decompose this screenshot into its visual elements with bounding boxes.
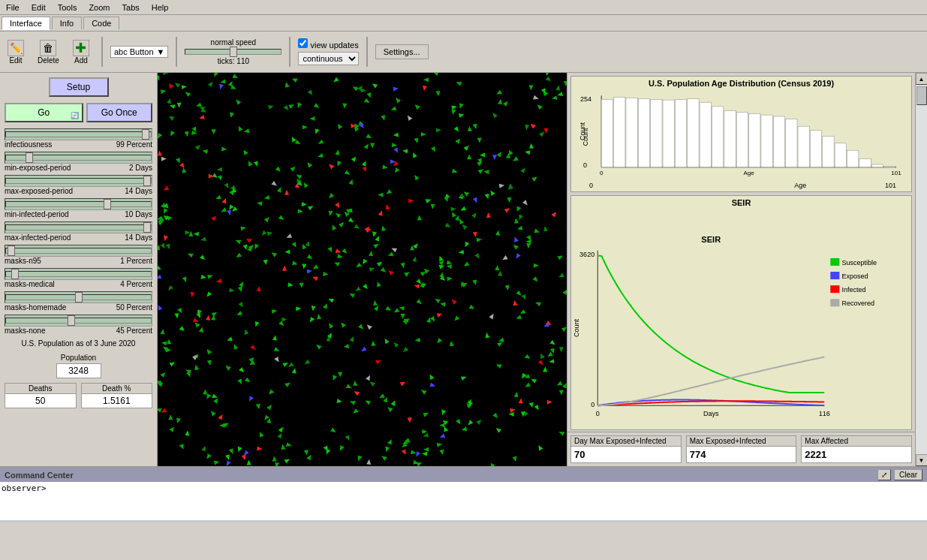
slider-input-masks-n95[interactable]	[5, 245, 152, 256]
go-sync-icon: 🔄	[71, 112, 79, 119]
deaths-box: Deaths 50	[5, 383, 77, 408]
svg-rect-28	[884, 166, 895, 167]
tab-info[interactable]: Info	[52, 17, 82, 29]
svg-text:0: 0	[591, 401, 594, 408]
svg-rect-6	[614, 97, 625, 167]
slider-row-infectiousness: infectiousness 99 Percent	[5, 128, 152, 149]
svg-rect-7	[626, 98, 637, 167]
svg-rect-14	[712, 107, 723, 167]
tab-interface[interactable]: Interface	[2, 17, 50, 30]
death-pct-box: Death % 1.5161	[81, 383, 153, 408]
svg-rect-17	[749, 113, 760, 167]
command-input-row: observer>	[2, 483, 925, 493]
tab-bar: Interface Info Code	[0, 15, 927, 32]
slider-input-masks-homemade[interactable]	[5, 292, 152, 303]
slider-input-max-infected-period[interactable]	[5, 222, 152, 233]
population-value: 3248	[56, 363, 101, 378]
age-dist-chart: U.S. Population Age Distribution (Census…	[570, 76, 912, 192]
slider-row-masks-n95: masks-n95 1 Percent	[5, 245, 152, 265]
max-exp-value: 774	[687, 447, 796, 462]
separator-4	[366, 37, 368, 67]
deaths-value: 50	[5, 394, 76, 408]
menu-file[interactable]: File	[0, 2, 26, 14]
svg-text:0: 0	[583, 161, 587, 169]
slider-label-min-infected-period: min-infected-period 10 Days	[5, 210, 152, 218]
seir-chart: SEIR 36200Count0Days116SusceptibleExpose…	[570, 195, 912, 430]
slider-max-infected-period	[5, 221, 152, 233]
menu-zoom[interactable]: Zoom	[83, 2, 116, 14]
svg-rect-21	[798, 126, 809, 167]
toolbar: ✏️ Edit 🗑 Delete ✚ Add abc Button ▼ norm…	[0, 32, 927, 73]
settings-button[interactable]: Settings...	[375, 44, 429, 59]
slider-label-masks-homemade: masks-homemade 50 Percent	[5, 303, 152, 312]
menu-edit[interactable]: Edit	[26, 2, 52, 14]
scroll-up-button[interactable]: ▲	[916, 73, 928, 85]
svg-text:0: 0	[596, 410, 600, 417]
view-updates-label[interactable]: view updates	[298, 38, 358, 50]
slider-input-masks-none[interactable]	[5, 315, 152, 326]
speed-slider[interactable]	[185, 47, 281, 57]
slider-label-masks-none: masks-none 45 Percent	[5, 327, 152, 335]
setup-button[interactable]: Setup	[49, 77, 109, 97]
slider-label-max-exposed-period: max-exposed-period 14 Days	[5, 187, 152, 195]
slider-masks-n95	[5, 245, 152, 257]
slider-masks-homemade	[5, 291, 152, 303]
svg-rect-47	[830, 299, 839, 306]
menu-tools[interactable]: Tools	[52, 2, 83, 14]
svg-rect-8	[638, 98, 649, 167]
clear-button[interactable]: Clear	[894, 469, 922, 480]
command-header-buttons: ⤢ Clear	[877, 469, 922, 480]
menu-help[interactable]: Help	[146, 2, 175, 14]
speed-control: normal speed ticks: 110	[185, 38, 281, 65]
slider-masks-none	[5, 315, 152, 327]
tab-code[interactable]: Code	[83, 17, 119, 29]
command-body: observer>	[0, 482, 927, 520]
expand-icon[interactable]: ⤢	[877, 469, 891, 480]
menu-tabs[interactable]: Tabs	[116, 2, 146, 14]
age-x-labels: 0 Age 101	[571, 182, 911, 189]
svg-rect-9	[651, 99, 662, 167]
slider-input-min-infected-period[interactable]	[5, 199, 152, 209]
svg-text:SEIR: SEIR	[701, 235, 721, 244]
go-button[interactable]: Go 🔄	[5, 103, 83, 122]
slider-input-max-exposed-period[interactable]	[5, 176, 152, 186]
slider-label-max-infected-period: max-infected-period 14 Days	[5, 233, 152, 242]
command-input[interactable]	[50, 483, 925, 493]
svg-rect-41	[830, 258, 839, 266]
command-prompt: observer>	[2, 483, 47, 493]
delete-button[interactable]: 🗑 Delete	[33, 38, 64, 66]
button-type-dropdown[interactable]: abc Button ▼	[110, 46, 168, 58]
death-pct-label: Death %	[82, 384, 152, 394]
right-panel: U.S. Population Age Distribution (Census…	[567, 73, 927, 466]
slider-input-masks-medical[interactable]	[5, 269, 152, 279]
scroll-down-button[interactable]: ▼	[916, 454, 928, 466]
svg-text:Count: Count	[579, 122, 586, 140]
go-once-button[interactable]: Go Once	[86, 103, 153, 122]
svg-rect-43	[830, 272, 839, 279]
svg-text:Susceptible: Susceptible	[841, 259, 877, 266]
slider-input-infectiousness[interactable]	[5, 129, 152, 140]
svg-rect-45	[830, 285, 839, 293]
edit-button[interactable]: ✏️ Edit	[3, 38, 29, 66]
slider-label-masks-n95: masks-n95 1 Percent	[5, 257, 152, 265]
sliders-container: infectiousness 99 Percent min-exposed-pe…	[5, 128, 152, 335]
slider-label-masks-medical: masks-medical 4 Percent	[5, 280, 152, 288]
svg-rect-23	[823, 136, 834, 167]
dropdown-arrow-icon: ▼	[157, 47, 165, 56]
seir-svg: 36200Count0Days116SusceptibleExposedInfe…	[571, 209, 911, 443]
slider-input-min-exposed-period[interactable]	[5, 152, 152, 163]
slider-max-exposed-period	[5, 175, 152, 187]
separator-1	[101, 37, 103, 67]
slider-infectiousness	[5, 128, 152, 140]
right-scrollbar: ▲ ▼	[915, 73, 927, 466]
day-max-value: 70	[571, 447, 681, 462]
svg-rect-19	[773, 116, 784, 167]
age-dist-title: U.S. Population Age Distribution (Census…	[571, 77, 911, 90]
svg-text:Infected: Infected	[841, 286, 865, 294]
slider-row-max-exposed-period: max-exposed-period 14 Days	[5, 175, 152, 195]
scroll-thumb[interactable]	[916, 86, 927, 105]
view-updates-checkbox[interactable]	[298, 38, 308, 48]
svg-rect-27	[871, 164, 883, 167]
run-mode-select[interactable]: continuous once	[298, 52, 358, 65]
add-button[interactable]: ✚ Add	[68, 38, 94, 66]
